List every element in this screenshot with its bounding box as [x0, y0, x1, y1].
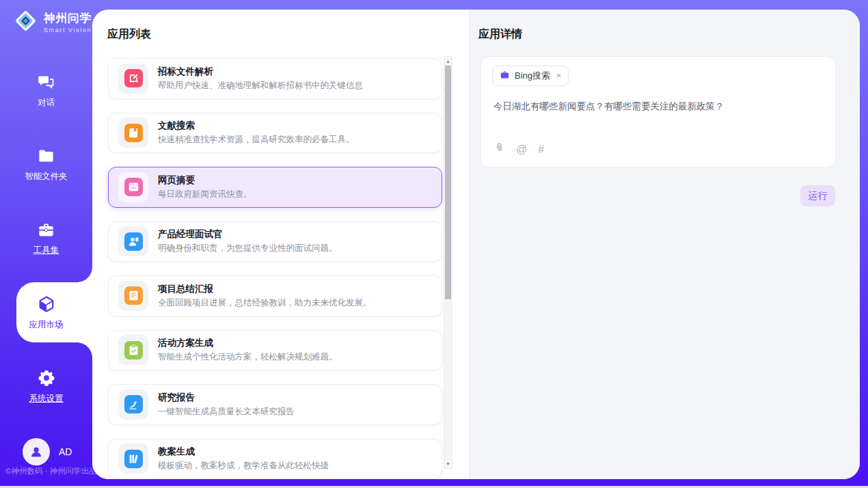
- tool-chip-label: Bing搜索: [515, 70, 550, 82]
- books-icon: [124, 450, 143, 468]
- edit-icon: [124, 69, 143, 87]
- scrollbar-thumb[interactable]: [445, 66, 451, 299]
- app-item-description: 快速精准查找学术资源，提高研究效率的必备工具。: [158, 134, 355, 146]
- pen-icon: [124, 395, 143, 414]
- diamond-logo-icon: [13, 8, 38, 36]
- app-item-name: 网页摘要: [158, 174, 252, 187]
- sidebar-item-gear[interactable]: 系统设置: [0, 349, 92, 423]
- avatar[interactable]: [23, 438, 50, 465]
- cube-icon: [37, 295, 56, 314]
- query-input-card[interactable]: Bing搜索 × 今日湖北有哪些新闻要点？有哪些需要关注的最新政策？ @ #: [480, 56, 836, 168]
- tool-chip-bing-search[interactable]: Bing搜索 ×: [492, 66, 569, 86]
- app-item-description: 全面回顾项目进展，总结经验教训，助力未来优化发展。: [158, 297, 372, 309]
- logo-text: 神州问学 Smart Vision: [44, 11, 92, 33]
- app-list-item[interactable]: 教案生成模板驱动，教案秒成，教学准备从此轻松快捷: [108, 439, 442, 480]
- sidebar-item-folder[interactable]: 智能文件夹: [0, 128, 92, 202]
- app-list-item[interactable]: 活动方案生成智能生成个性化活动方案，轻松解决规划难题。: [108, 330, 442, 371]
- sidebar-item-label: 应用市场: [29, 319, 64, 331]
- app-item-name: 研究报告: [158, 392, 295, 404]
- gear-icon: [37, 368, 56, 388]
- app-list-panel: 应用列表 招标文件解析帮助用户快速、准确地理解和解析招标书中的关键信息文献搜索快…: [92, 10, 469, 479]
- app-item-texts: 研究报告一键智能生成高质量长文本研究报告: [158, 392, 295, 418]
- app-item-name: 文献搜索: [158, 120, 355, 132]
- brand-name: 神州问学: [44, 11, 92, 26]
- user-name: AD: [59, 446, 72, 457]
- sidebar-item-toolbox[interactable]: 工具集: [0, 202, 92, 275]
- briefcase-icon: [500, 70, 510, 83]
- chip-close-icon[interactable]: ×: [556, 71, 561, 81]
- sidebar-item-label: 智能文件夹: [25, 171, 68, 182]
- app-icon-container: [118, 226, 148, 256]
- app-item-texts: 项目总结汇报全面回顾项目进展，总结经验教训，助力未来优化发展。: [158, 283, 372, 309]
- app-item-description: 一键智能生成高质量长文本研究报告: [158, 406, 295, 418]
- app-detail-title: 应用详情: [478, 27, 522, 42]
- clipboard-icon: [124, 341, 143, 360]
- app-icon-container: [118, 281, 148, 311]
- app-list-item[interactable]: </>网页摘要每日政府新闻资讯快查。: [108, 167, 442, 208]
- sidebar-item-label: 对话: [38, 97, 55, 109]
- query-input[interactable]: 今日湖北有哪些新闻要点？有哪些需要关注的最新政策？: [493, 100, 822, 113]
- app-icon-container: [118, 64, 148, 94]
- app-item-description: 每日政府新闻资讯快查。: [158, 189, 252, 200]
- app-item-description: 智能生成个性化活动方案，轻松解决规划难题。: [158, 351, 338, 363]
- attachment-icon[interactable]: [493, 142, 505, 157]
- run-button[interactable]: 运行: [800, 185, 835, 206]
- app-icon-container: [118, 390, 148, 420]
- sidebar: 神州问学 Smart Vision 对话智能文件夹工具集应用市场系统设置 AD …: [0, 0, 92, 478]
- app-icon-container: </>: [118, 172, 148, 202]
- topic-icon[interactable]: #: [538, 144, 544, 155]
- app-item-texts: 网页摘要每日政府新闻资讯快查。: [158, 174, 252, 200]
- app-item-name: 招标文件解析: [158, 66, 363, 78]
- app-list-scrollbar[interactable]: ▲ ▼: [444, 56, 452, 469]
- user-avatar-icon: [29, 444, 44, 459]
- brand-subtitle: Smart Vision: [44, 27, 92, 33]
- app-logo: 神州问学 Smart Vision: [13, 8, 92, 36]
- app-icon-container: [118, 335, 148, 365]
- sidebar-item-label: 工具集: [33, 245, 59, 256]
- scrollbar-down-arrow[interactable]: ▼: [444, 461, 452, 466]
- app-list-item[interactable]: 文献搜索快速精准查找学术资源，提高研究效率的必备工具。: [108, 113, 442, 154]
- app-list-item[interactable]: 研究报告一键智能生成高质量长文本研究报告: [108, 384, 442, 425]
- app-item-texts: 教案生成模板驱动，教案秒成，教学准备从此轻松快捷: [158, 446, 329, 472]
- app-item-texts: 产品经理面试官明确身份和职责，为您提供专业性的面试问题。: [158, 228, 338, 254]
- app-list-item[interactable]: 项目总结汇报全面回顾项目进展，总结经验教训，助力未来优化发展。: [108, 275, 442, 316]
- book-icon: [124, 124, 143, 142]
- app-item-description: 模板驱动，教案秒成，教学准备从此轻松快捷: [158, 460, 329, 472]
- copyright-footer: ©神州数码 · 神州问学出品: [5, 466, 97, 476]
- sidebar-nav: 对话智能文件夹工具集应用市场系统设置: [0, 54, 92, 423]
- app-item-texts: 招标文件解析帮助用户快速、准确地理解和解析招标书中的关键信息: [158, 66, 363, 92]
- content-area: 应用列表 招标文件解析帮助用户快速、准确地理解和解析招标书中的关键信息文献搜索快…: [92, 10, 860, 479]
- input-toolbar: @ #: [493, 142, 544, 157]
- app-item-name: 教案生成: [158, 446, 329, 458]
- svg-text:</>: </>: [131, 186, 135, 190]
- app-list-item[interactable]: 招标文件解析帮助用户快速、准确地理解和解析招标书中的关键信息: [108, 58, 442, 99]
- sidebar-item-cube[interactable]: 应用市场: [0, 275, 92, 349]
- mention-icon[interactable]: @: [516, 144, 527, 155]
- web-icon: </>: [124, 178, 143, 196]
- sidebar-item-chat[interactable]: 对话: [0, 54, 92, 128]
- scrollbar-up-arrow[interactable]: ▲: [444, 59, 452, 64]
- app-icon-container: [118, 118, 148, 148]
- app-list: 招标文件解析帮助用户快速、准确地理解和解析招标书中的关键信息文献搜索快速精准查找…: [108, 58, 442, 479]
- app-detail-panel: 应用详情 Bing搜索 × 今日湖北有哪些新闻要点？有哪些需要关注的最新政策？ …: [469, 10, 860, 479]
- interview-icon: [124, 232, 143, 251]
- screen: 应用列表 招标文件解析帮助用户快速、准确地理解和解析招标书中的关键信息文献搜索快…: [0, 0, 868, 488]
- app-item-name: 项目总结汇报: [158, 283, 372, 295]
- app-item-description: 帮助用户快速、准确地理解和解析招标书中的关键信息: [158, 80, 363, 92]
- app-icon-container: [118, 444, 148, 474]
- app-item-texts: 文献搜索快速精准查找学术资源，提高研究效率的必备工具。: [158, 120, 355, 146]
- app-list-item[interactable]: 产品经理面试官明确身份和职责，为您提供专业性的面试问题。: [108, 221, 442, 262]
- app-item-name: 活动方案生成: [158, 337, 338, 349]
- toolbox-icon: [37, 221, 55, 239]
- app-item-description: 明确身份和职责，为您提供专业性的面试问题。: [158, 243, 338, 254]
- app-list-title: 应用列表: [107, 27, 151, 42]
- app-item-texts: 活动方案生成智能生成个性化活动方案，轻松解决规划难题。: [158, 337, 338, 363]
- folder-icon: [37, 147, 55, 165]
- sidebar-item-label: 系统设置: [29, 393, 64, 405]
- note-icon: [124, 286, 143, 305]
- user-account[interactable]: AD: [23, 438, 72, 465]
- app-item-name: 产品经理面试官: [158, 228, 338, 241]
- chat-icon: [37, 73, 55, 92]
